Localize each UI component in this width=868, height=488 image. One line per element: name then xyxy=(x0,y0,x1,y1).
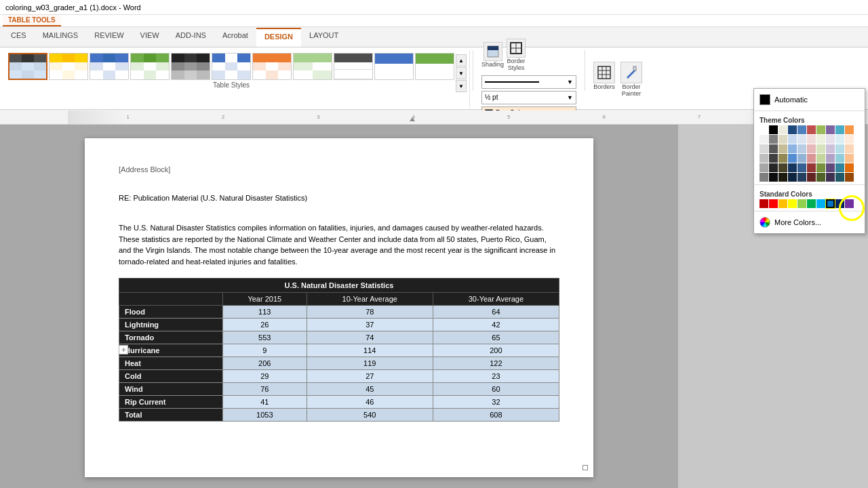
standard-color-6[interactable] xyxy=(816,199,825,208)
theme-color-1-1[interactable] xyxy=(769,135,778,144)
theme-color-1-5[interactable] xyxy=(807,135,816,144)
standard-color-7[interactable] xyxy=(826,199,835,208)
theme-color-1-2[interactable] xyxy=(778,135,787,144)
standard-color-9[interactable] xyxy=(845,199,854,208)
theme-color-4-1[interactable] xyxy=(769,163,778,172)
cp-automatic-option[interactable]: Automatic xyxy=(754,92,865,108)
scroll-up-btn[interactable]: ▲ xyxy=(456,54,467,66)
theme-color-0-8[interactable] xyxy=(835,125,844,134)
table-style-10[interactable] xyxy=(374,53,414,80)
theme-color-0-1[interactable] xyxy=(769,125,778,134)
theme-color-5-3[interactable] xyxy=(788,173,797,182)
pen-size-dropdown[interactable]: ½ pt ▼ xyxy=(481,91,576,104)
table-style-3[interactable] xyxy=(90,53,129,80)
theme-color-1-6[interactable] xyxy=(816,135,825,144)
theme-color-1-4[interactable] xyxy=(797,135,806,144)
theme-color-4-2[interactable] xyxy=(778,163,787,172)
cp-more-colors-option[interactable]: More Colors... xyxy=(754,214,865,230)
theme-color-4-8[interactable] xyxy=(835,163,844,172)
tab-addins[interactable]: ADD-INS xyxy=(167,28,214,47)
theme-color-4-4[interactable] xyxy=(797,163,806,172)
theme-color-3-0[interactable] xyxy=(760,154,768,163)
tab-mailings[interactable]: MAILINGS xyxy=(35,28,87,47)
theme-color-2-3[interactable] xyxy=(788,144,797,153)
doc-area[interactable]: ✛ [Address Block] RE: Publication Materi… xyxy=(0,125,678,488)
shading-btn[interactable]: Shading xyxy=(481,42,504,68)
line-style-dropdown[interactable]: ▼ xyxy=(481,75,576,89)
theme-color-5-1[interactable] xyxy=(769,173,778,182)
theme-color-1-3[interactable] xyxy=(788,135,797,144)
theme-color-5-8[interactable] xyxy=(835,173,844,182)
theme-color-0-4[interactable] xyxy=(797,125,806,134)
border-styles-btn[interactable]: BorderStyles xyxy=(507,39,526,71)
theme-color-2-6[interactable] xyxy=(816,144,825,153)
scroll-more-btn[interactable]: ▼ xyxy=(456,80,467,92)
theme-color-3-6[interactable] xyxy=(816,154,825,163)
theme-color-0-3[interactable] xyxy=(788,125,797,134)
theme-color-0-6[interactable] xyxy=(816,125,825,134)
theme-color-4-3[interactable] xyxy=(788,163,797,172)
tab-view[interactable]: VIEW xyxy=(132,28,167,47)
theme-color-0-0[interactable] xyxy=(760,125,768,134)
theme-color-1-0[interactable] xyxy=(760,135,768,144)
standard-color-0[interactable] xyxy=(760,199,768,208)
tab-ces[interactable]: CES xyxy=(3,28,35,47)
theme-color-1-9[interactable] xyxy=(845,135,854,144)
standard-color-2[interactable] xyxy=(778,199,787,208)
theme-color-3-3[interactable] xyxy=(788,154,797,163)
table-style-2[interactable] xyxy=(49,53,88,80)
theme-color-3-4[interactable] xyxy=(797,154,806,163)
table-resize-handle[interactable] xyxy=(583,465,588,470)
theme-color-2-4[interactable] xyxy=(797,144,806,153)
theme-color-4-7[interactable] xyxy=(826,163,835,172)
standard-color-4[interactable] xyxy=(797,199,806,208)
theme-color-2-5[interactable] xyxy=(807,144,816,153)
theme-color-1-7[interactable] xyxy=(826,135,835,144)
theme-color-2-8[interactable] xyxy=(835,144,844,153)
table-style-9[interactable] xyxy=(334,53,373,80)
table-style-7[interactable] xyxy=(252,53,292,80)
theme-color-0-9[interactable] xyxy=(845,125,854,134)
table-style-8[interactable] xyxy=(293,53,332,80)
theme-color-3-8[interactable] xyxy=(835,154,844,163)
border-painter-btn[interactable]: BorderPainter xyxy=(620,62,642,97)
theme-color-5-2[interactable] xyxy=(778,173,787,182)
theme-color-2-1[interactable] xyxy=(769,144,778,153)
standard-color-3[interactable] xyxy=(788,199,797,208)
theme-color-0-5[interactable] xyxy=(807,125,816,134)
table-style-4[interactable] xyxy=(130,53,170,80)
theme-color-3-9[interactable] xyxy=(845,154,854,163)
theme-color-4-0[interactable] xyxy=(760,163,768,172)
standard-color-8[interactable] xyxy=(835,199,844,208)
scroll-down-btn[interactable]: ▼ xyxy=(456,67,467,79)
theme-color-2-0[interactable] xyxy=(760,144,768,153)
color-picker-dropdown[interactable]: Automatic Theme Colors Standard Colors M… xyxy=(753,88,865,234)
theme-color-0-2[interactable] xyxy=(778,125,787,134)
tab-review[interactable]: REVIEW xyxy=(86,28,132,47)
standard-color-5[interactable] xyxy=(807,199,816,208)
theme-color-5-9[interactable] xyxy=(845,173,854,182)
standard-color-1[interactable] xyxy=(769,199,778,208)
theme-color-2-7[interactable] xyxy=(826,144,835,153)
theme-color-5-5[interactable] xyxy=(807,173,816,182)
theme-color-4-9[interactable] xyxy=(845,163,854,172)
theme-color-3-5[interactable] xyxy=(807,154,816,163)
theme-color-4-6[interactable] xyxy=(816,163,825,172)
theme-color-2-9[interactable] xyxy=(845,144,854,153)
theme-color-3-7[interactable] xyxy=(826,154,835,163)
borders-btn[interactable]: Borders xyxy=(593,62,615,97)
table-style-11[interactable] xyxy=(415,53,454,80)
theme-color-5-4[interactable] xyxy=(797,173,806,182)
table-style-1[interactable] xyxy=(8,53,47,80)
theme-color-4-5[interactable] xyxy=(807,163,816,172)
theme-color-0-7[interactable] xyxy=(826,125,835,134)
tab-layout[interactable]: LAYOUT xyxy=(301,28,347,47)
tab-acrobat[interactable]: Acrobat xyxy=(214,28,256,47)
table-move-handle[interactable]: ✛ xyxy=(119,345,128,354)
table-style-6[interactable] xyxy=(212,53,251,80)
theme-color-3-2[interactable] xyxy=(778,154,787,163)
theme-color-2-2[interactable] xyxy=(778,144,787,153)
theme-color-5-0[interactable] xyxy=(760,173,768,182)
theme-color-5-7[interactable] xyxy=(826,173,835,182)
theme-color-3-1[interactable] xyxy=(769,154,778,163)
